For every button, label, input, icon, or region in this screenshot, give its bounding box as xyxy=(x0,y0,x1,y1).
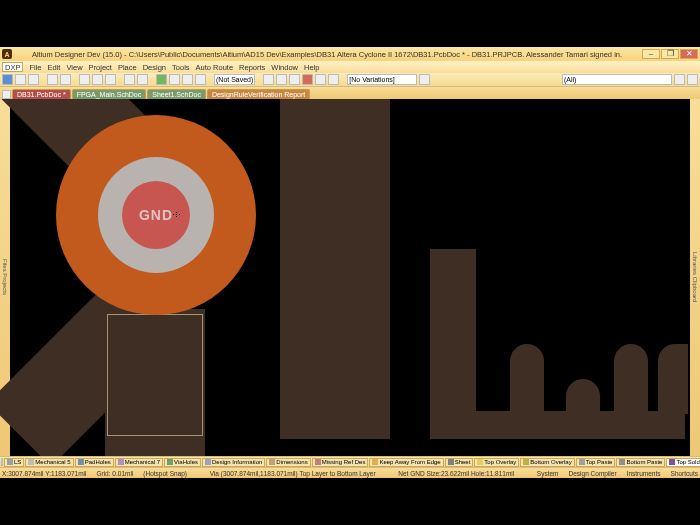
status-grid: Grid: 0.01mil xyxy=(96,470,133,477)
pcb-workspace[interactable]: Files Projects Libraries Clipboard GND xyxy=(0,99,700,456)
tab-sheet1[interactable]: Sheet1.SchDoc xyxy=(147,89,206,99)
main-toolbar: (Not Saved) [No Variations] (All) xyxy=(0,73,700,87)
save-icon[interactable] xyxy=(28,74,39,85)
print-icon[interactable] xyxy=(47,74,58,85)
menu-autoroute[interactable]: Auto Route xyxy=(196,63,234,72)
layer-tab-top-overlay[interactable]: Top Overlay xyxy=(474,458,519,467)
maximize-button[interactable]: ❐ xyxy=(661,49,679,59)
layer-swatch xyxy=(448,459,454,465)
layer-tab-top-solder[interactable]: Top Solder xyxy=(666,458,700,467)
layer-tab-missing-ref-des[interactable]: Missing Ref Des xyxy=(312,458,369,467)
status-object: Via (3007.874mil,1183.071mil) Top Layer … xyxy=(210,470,376,477)
right-panel-handle[interactable]: Libraries Clipboard xyxy=(690,99,700,456)
variations-dropdown[interactable]: [No Variations] xyxy=(347,74,417,85)
layer-tab-label: Top Paste xyxy=(586,459,613,465)
home-icon[interactable] xyxy=(2,90,11,99)
save-state-dropdown[interactable]: (Not Saved) xyxy=(214,74,255,85)
menu-view[interactable]: View xyxy=(66,63,82,72)
close-button[interactable]: ✕ xyxy=(680,49,698,59)
window-title: Altium Designer Dev (15.0) - C:\Users\Pu… xyxy=(12,50,642,59)
copy-icon[interactable] xyxy=(92,74,103,85)
undo-icon[interactable] xyxy=(124,74,135,85)
open-icon[interactable] xyxy=(15,74,26,85)
layer-swatch xyxy=(523,459,529,465)
layer-swatch xyxy=(619,459,625,465)
menu-edit[interactable]: Edit xyxy=(48,63,61,72)
menu-reports[interactable]: Reports xyxy=(239,63,265,72)
zoom-fit-icon[interactable] xyxy=(182,74,193,85)
clear-icon[interactable] xyxy=(687,74,698,85)
menu-place[interactable]: Place xyxy=(118,63,137,72)
redo-icon[interactable] xyxy=(137,74,148,85)
paste-icon[interactable] xyxy=(105,74,116,85)
layer-tab-label: ViaHoles xyxy=(174,459,198,465)
new-icon[interactable] xyxy=(2,74,13,85)
layer-tab-padholes[interactable]: PadHoles xyxy=(75,458,114,467)
layer-tab-label: Dimensions xyxy=(276,459,307,465)
zoom-area-icon[interactable] xyxy=(169,74,180,85)
tab-drc-report[interactable]: DesignRuleVerification Report xyxy=(207,89,310,99)
drc-icon[interactable] xyxy=(302,74,313,85)
layer-tab-viaholes[interactable]: ViaHoles xyxy=(164,458,201,467)
layer-tab-label: Bottom Paste xyxy=(626,459,662,465)
grid-icon[interactable] xyxy=(263,74,274,85)
layer-tabs-prev[interactable] xyxy=(1,458,3,466)
panel-btn-instruments[interactable]: Instruments xyxy=(627,470,661,477)
layer-tab-mechanical-7[interactable]: Mechanical 7 xyxy=(115,458,163,467)
menu-window[interactable]: Window xyxy=(271,63,298,72)
menu-tools[interactable]: Tools xyxy=(172,63,190,72)
search-icon[interactable] xyxy=(674,74,685,85)
component-outline xyxy=(107,314,203,436)
dxp-menu[interactable]: DXP xyxy=(2,62,23,72)
preview-icon[interactable] xyxy=(60,74,71,85)
layer-tab-label: Missing Ref Des xyxy=(322,459,366,465)
layer-tab-top-paste[interactable]: Top Paste xyxy=(576,458,616,467)
zoom-select-icon[interactable] xyxy=(195,74,206,85)
layer-tab-sheet[interactable]: Sheet xyxy=(445,458,474,467)
compile-icon[interactable] xyxy=(156,74,167,85)
document-tabs: DB31.PcbDoc * FPGA_Main.SchDoc Sheet1.Sc… xyxy=(0,87,700,99)
menu-help[interactable]: Help xyxy=(304,63,319,72)
tab-pcbdoc[interactable]: DB31.PcbDoc * xyxy=(12,89,71,99)
title-bar: A Altium Designer Dev (15.0) - C:\Users\… xyxy=(0,47,700,61)
trace-shape xyxy=(658,344,688,414)
menu-project[interactable]: Project xyxy=(89,63,112,72)
layer-tab-label: Top Solder xyxy=(676,459,700,465)
cut-icon[interactable] xyxy=(79,74,90,85)
panel-btn-design-compiler[interactable]: Design Compiler xyxy=(569,470,617,477)
layer-tab-bottom-overlay[interactable]: Bottom Overlay xyxy=(520,458,574,467)
menu-design[interactable]: Design xyxy=(143,63,166,72)
layer-tab-label: LS xyxy=(14,459,21,465)
trace-shape xyxy=(280,99,390,439)
layer-tab-bottom-paste[interactable]: Bottom Paste xyxy=(616,458,665,467)
layer-tab-dimensions[interactable]: Dimensions xyxy=(266,458,310,467)
panel-btn-shortcuts[interactable]: Shortcuts xyxy=(671,470,698,477)
measure-icon[interactable] xyxy=(315,74,326,85)
pcb-canvas[interactable]: GND xyxy=(10,99,690,456)
layer-tab-ls[interactable]: LS xyxy=(4,458,24,467)
trace-shape xyxy=(614,344,648,414)
panel-btn-system[interactable]: System xyxy=(537,470,559,477)
layer-swatch xyxy=(669,459,675,465)
status-snap: (Hotspot Snap) xyxy=(143,470,187,477)
layer-tab-label: Bottom Overlay xyxy=(530,459,571,465)
snap-icon[interactable] xyxy=(276,74,287,85)
layer-tab-design-information[interactable]: Design Information xyxy=(202,458,265,467)
layer-tab-label: Mechanical 7 xyxy=(125,459,160,465)
layer-swatch xyxy=(167,459,173,465)
layer-swatch xyxy=(269,459,275,465)
trace-shape xyxy=(430,249,476,439)
align-icon[interactable] xyxy=(328,74,339,85)
status-net: Net GND Size:23.622mil Hole:11.811mil xyxy=(398,470,514,477)
layer-filter-dropdown[interactable]: (All) xyxy=(562,74,672,85)
layer-swatch xyxy=(315,459,321,465)
3d-icon[interactable] xyxy=(419,74,430,85)
menu-file[interactable]: File xyxy=(29,63,41,72)
minimize-button[interactable]: – xyxy=(642,49,660,59)
layer-tab-keep-away-from-edge[interactable]: Keep Away From Edge xyxy=(369,458,443,467)
layer-swatch xyxy=(7,459,13,465)
layers-icon[interactable] xyxy=(289,74,300,85)
layer-tab-mechanical-5[interactable]: Mechanical 5 xyxy=(25,458,73,467)
tab-fpga-main[interactable]: FPGA_Main.SchDoc xyxy=(72,89,147,99)
layer-tab-label: Design Information xyxy=(212,459,262,465)
